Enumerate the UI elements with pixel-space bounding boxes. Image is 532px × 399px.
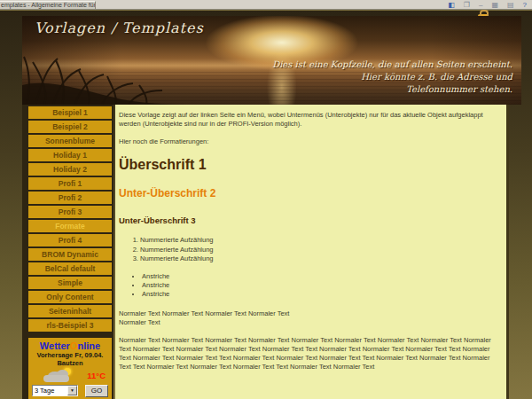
normal-text-short: Normaler Text Normaler Text Normaler Tex… bbox=[119, 309, 497, 327]
browser-tab-title: emplates - Allgemeine Formate für Texte … bbox=[0, 2, 95, 9]
sidebar-item-beispiel-1[interactable]: Beispiel 1 bbox=[28, 106, 112, 119]
select-value: 3 Tage bbox=[35, 387, 54, 395]
header-image: Vorlagen / Templates Dies ist eine Kopfz… bbox=[22, 16, 521, 105]
dune-grass-icon bbox=[22, 53, 208, 105]
sidebar-item-profi-1[interactable]: Profi 1 bbox=[28, 177, 112, 190]
forecast-city: Bautzen bbox=[28, 359, 112, 367]
heading-3: Unter-Überschrift 3 bbox=[119, 215, 497, 225]
sidebar-item-belcal-default[interactable]: BelCal default bbox=[28, 262, 112, 275]
browser-toolbar-icons: ◧ ❐ – ▦ ▤ ? bbox=[448, 0, 527, 10]
bullet-item: Anstriche bbox=[142, 272, 497, 280]
bullet-item: Anstriche bbox=[142, 290, 497, 298]
screen: emplates - Allgemeine Formate für Texte … bbox=[0, 0, 532, 399]
wetteronline-logo[interactable]: WetterOnline bbox=[28, 340, 112, 351]
cloud-part bbox=[43, 375, 69, 382]
sidebar-item-sonnenblume[interactable]: Sonnenblume bbox=[28, 135, 112, 147]
select-dropdown-arrow-icon[interactable]: ▼ bbox=[67, 386, 77, 395]
forecast-range-select[interactable]: 3 Tage ▼ bbox=[32, 385, 78, 396]
logo-text-pre: Wetter bbox=[40, 340, 70, 351]
go-button[interactable]: GO bbox=[85, 385, 108, 397]
weather-controls: 3 Tage ▼ GO bbox=[28, 385, 112, 397]
sidebar-item-only-content[interactable]: Only Content bbox=[28, 291, 112, 303]
sidebar-item-profi-3[interactable]: Profi 3 bbox=[28, 206, 112, 218]
sidebar-item-profi-4[interactable]: Profi 4 bbox=[28, 234, 112, 246]
sidebar-item-formate[interactable]: Formate bbox=[28, 220, 112, 232]
numbered-list: Nummerierte Aufzählung Nummerierte Aufzä… bbox=[140, 236, 497, 262]
forecast-date: Vorhersage Fr, 09.04. bbox=[28, 351, 112, 359]
site-title: Vorlagen / Templates bbox=[35, 20, 204, 36]
favorites-icon[interactable]: ◧ bbox=[448, 1, 455, 9]
main-content: Diese Vorlage zeigt auf der linken Seite… bbox=[115, 105, 509, 399]
temperature: 11°C bbox=[87, 371, 106, 380]
numbered-item: Nummerierte Aufzählung bbox=[140, 254, 497, 262]
sidebar-menu: Beispiel 1 Beispiel 2 Sonnenblume Holida… bbox=[22, 105, 113, 399]
minimize-icon[interactable]: – bbox=[479, 1, 482, 9]
bullet-item: Anstriche bbox=[142, 281, 497, 289]
logo-text-post: nline bbox=[77, 340, 100, 351]
formats-line: Hier noch die Formatierungen: bbox=[119, 137, 497, 146]
sidebar-item-holiday-2[interactable]: Holiday 2 bbox=[28, 163, 112, 176]
weather-widget: WetterOnline Vorhersage Fr, 09.04. Bautz… bbox=[28, 338, 112, 399]
sidebar-item-beispiel-2[interactable]: Beispiel 2 bbox=[28, 121, 112, 133]
weather-condition-row: 11°C bbox=[28, 368, 112, 383]
browser-titlebar: emplates - Allgemeine Formate für Texte … bbox=[0, 0, 532, 10]
numbered-item: Nummerierte Aufzählung bbox=[140, 236, 497, 244]
bullet-list: Anstriche Anstriche Anstriche bbox=[142, 272, 497, 299]
heading-2: Unter-Überschrift 2 bbox=[119, 187, 497, 200]
sidebar-item-seiteninhalt[interactable]: Seiteninhalt bbox=[28, 305, 112, 317]
panel-icon[interactable]: ▦ bbox=[491, 1, 498, 9]
browser-tab[interactable]: emplates - Allgemeine Formate für Texte … bbox=[0, 1, 96, 9]
sidebar-item-brom-dynamic[interactable]: BROM Dynamic bbox=[28, 248, 112, 261]
help-icon[interactable]: ? bbox=[523, 1, 527, 9]
tagline-line: Hier könnte z. B. die Adresse und bbox=[272, 71, 512, 83]
tagline-line: Telefonnummer stehen. bbox=[272, 83, 512, 96]
normal-text-long: Normaler Text Normaler Text Normaler Tex… bbox=[119, 336, 497, 372]
header-tagline: Dies ist eine Kopfzeile, die auf allen S… bbox=[272, 59, 512, 96]
heading-1: Überschrift 1 bbox=[119, 157, 497, 173]
numbered-item: Nummerierte Aufzählung bbox=[140, 246, 497, 254]
intro-paragraph: Diese Vorlage zeigt auf der linken Seite… bbox=[119, 111, 497, 129]
sidebar-item-profi-2[interactable]: Profi 2 bbox=[28, 192, 112, 204]
sidebar-item-simple[interactable]: Simple bbox=[28, 277, 112, 289]
document-icon[interactable]: ▤ bbox=[507, 1, 514, 9]
windows-icon[interactable]: ❐ bbox=[464, 1, 470, 9]
sidebar-item-holiday-1[interactable]: Holiday 1 bbox=[28, 149, 112, 161]
sidebar-item-rls-beispiel-3[interactable]: rls-Beispiel 3 bbox=[28, 319, 112, 332]
webpage: Vorlagen / Templates Dies ist eine Kopfz… bbox=[0, 11, 532, 399]
tagline-line: Dies ist eine Kopfzeile, die auf allen S… bbox=[272, 59, 512, 71]
